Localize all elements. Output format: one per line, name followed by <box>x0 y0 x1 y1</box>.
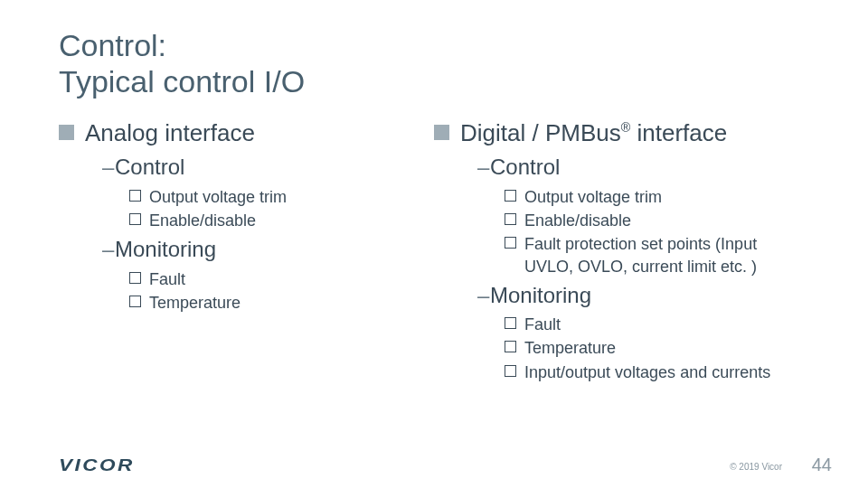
slide-footer: VICOR © 2019 Vicor 44 <box>0 448 868 475</box>
bullet-l1: Analog interface <box>59 119 434 147</box>
square-bullet-icon <box>434 125 449 140</box>
slide-title: Control: Typical control I/O <box>59 27 809 99</box>
slide: Control: Typical control I/O Analog inte… <box>0 0 868 488</box>
list-item: Fault protection set points (Input UVLO,… <box>505 233 809 277</box>
bullet-l1: Digital / PMBus® interface <box>434 119 809 147</box>
content-columns: Analog interface Control Output voltage … <box>59 119 809 385</box>
copyright-text: © 2019 Vicor <box>730 462 782 472</box>
title-line-1: Control: <box>59 28 166 62</box>
right-heading: Digital / PMBus® interface <box>460 119 727 147</box>
list-item: Output voltage trim <box>505 186 809 208</box>
right-column: Digital / PMBus® interface Control Outpu… <box>434 119 809 385</box>
right-group2-label: Monitoring <box>477 281 809 310</box>
list-item: Fault <box>129 268 434 290</box>
registered-icon: ® <box>621 121 631 136</box>
list-item: Enable/disable <box>505 210 809 231</box>
square-bullet-icon <box>59 125 74 140</box>
right-heading-pre: Digital / PMBus <box>460 119 621 146</box>
title-line-2: Typical control I/O <box>59 64 305 99</box>
list-item: Temperature <box>505 337 809 359</box>
left-column: Analog interface Control Output voltage … <box>59 119 434 385</box>
list-item: Output voltage trim <box>129 186 434 208</box>
right-group1-label: Control <box>477 153 809 182</box>
vicor-logo: VICOR <box>59 456 135 475</box>
list-item: Temperature <box>129 292 434 314</box>
list-item: Fault <box>505 314 809 335</box>
right-heading-post: interface <box>630 119 727 146</box>
left-group2-label: Monitoring <box>102 235 434 264</box>
list-item: Input/output voltages and currents <box>505 361 809 383</box>
left-group1-label: Control <box>102 153 434 182</box>
left-heading: Analog interface <box>85 119 255 147</box>
list-item: Enable/disable <box>129 210 434 231</box>
page-number: 44 <box>812 455 832 475</box>
